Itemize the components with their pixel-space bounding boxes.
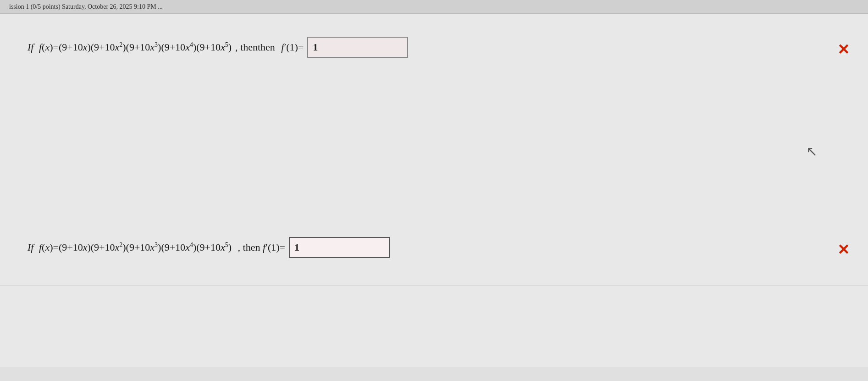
question-2-answer-value: 1 [294, 241, 299, 253]
question-1-fprime: f′(1)= [281, 41, 304, 53]
header-bar: ission 1 (0/5 points) Saturday, October … [0, 0, 868, 14]
question-2-fprime: f′(1)= [263, 241, 285, 253]
bottom-bar [0, 367, 868, 381]
question-2-if: If [28, 241, 33, 253]
question-1-section: If f(x)=(9+10x)(9+10x2)(9+10x3)(9+10x4)(… [0, 14, 868, 85]
question-1-if: If [28, 41, 33, 53]
question-1-row: If f(x)=(9+10x)(9+10x2)(9+10x3)(9+10x4)(… [28, 37, 840, 58]
question-1-answer-box[interactable]: 1 [307, 37, 408, 58]
question-1-close-icon[interactable]: ✕ [837, 41, 850, 58]
header-text: ission 1 (0/5 points) Saturday, October … [9, 3, 163, 11]
question-2-section: If f(x)=(9+10x)(9+10x2)(9+10x3)(9+10x4)(… [0, 214, 868, 286]
question-2-then-text: , then [235, 241, 263, 253]
separator-section: ↖ [0, 85, 868, 214]
question-2-answer-box[interactable]: 1 [289, 237, 390, 258]
question-2-close-icon[interactable]: ✕ [837, 241, 850, 258]
question-2-row: If f(x)=(9+10x)(9+10x2)(9+10x3)(9+10x4)(… [28, 237, 840, 258]
question-1-answer-value: 1 [313, 41, 318, 53]
question-1-then-text: then [258, 41, 277, 53]
question-1-then: , then [235, 41, 258, 53]
cursor-icon: ↖ [806, 143, 818, 159]
question-2-expression: f(x)=(9+10x)(9+10x2)(9+10x3)(9+10x4)(9+1… [39, 241, 232, 253]
question-1-expression: f(x)=(9+10x)(9+10x2)(9+10x3)(9+10x4)(9+1… [39, 41, 232, 53]
